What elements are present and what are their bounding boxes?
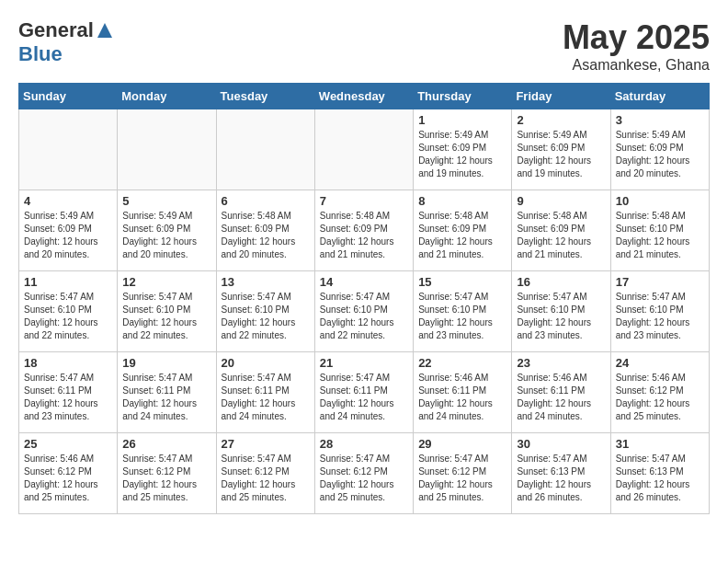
day-info: Sunrise: 5:46 AM Sunset: 6:11 PM Dayligh… <box>418 372 506 423</box>
day-number: 22 <box>418 356 506 370</box>
calendar-header-row: SundayMondayTuesdayWednesdayThursdayFrid… <box>19 84 710 109</box>
day-info: Sunrise: 5:47 AM Sunset: 6:12 PM Dayligh… <box>418 453 506 504</box>
day-info: Sunrise: 5:48 AM Sunset: 6:09 PM Dayligh… <box>222 210 310 261</box>
day-cell: 28Sunrise: 5:47 AM Sunset: 6:12 PM Dayli… <box>314 433 413 514</box>
day-number: 18 <box>24 356 112 370</box>
day-info: Sunrise: 5:47 AM Sunset: 6:11 PM Dayligh… <box>24 372 112 423</box>
day-cell: 4Sunrise: 5:49 AM Sunset: 6:09 PM Daylig… <box>19 190 118 271</box>
day-info: Sunrise: 5:47 AM Sunset: 6:13 PM Dayligh… <box>616 453 704 504</box>
day-number: 29 <box>418 437 506 451</box>
day-info: Sunrise: 5:46 AM Sunset: 6:12 PM Dayligh… <box>24 453 112 504</box>
day-number: 4 <box>24 194 112 208</box>
svg-marker-0 <box>97 23 112 38</box>
day-number: 12 <box>122 275 210 289</box>
day-cell: 7Sunrise: 5:48 AM Sunset: 6:09 PM Daylig… <box>314 190 413 271</box>
day-number: 21 <box>320 356 408 370</box>
day-number: 9 <box>517 194 605 208</box>
day-cell: 19Sunrise: 5:47 AM Sunset: 6:11 PM Dayli… <box>118 352 216 433</box>
day-info: Sunrise: 5:48 AM Sunset: 6:10 PM Dayligh… <box>616 210 704 261</box>
day-cell: 12Sunrise: 5:47 AM Sunset: 6:10 PM Dayli… <box>118 271 216 352</box>
header-thursday: Thursday <box>414 84 512 109</box>
day-number: 31 <box>616 437 704 451</box>
logo: General Blue <box>18 18 116 66</box>
day-number: 5 <box>122 194 210 208</box>
week-row-4: 25Sunrise: 5:46 AM Sunset: 6:12 PM Dayli… <box>19 433 710 514</box>
day-cell: 18Sunrise: 5:47 AM Sunset: 6:11 PM Dayli… <box>19 352 118 433</box>
day-cell: 17Sunrise: 5:47 AM Sunset: 6:10 PM Dayli… <box>610 271 709 352</box>
day-info: Sunrise: 5:49 AM Sunset: 6:09 PM Dayligh… <box>418 129 506 180</box>
day-info: Sunrise: 5:49 AM Sunset: 6:09 PM Dayligh… <box>517 129 605 180</box>
week-row-3: 18Sunrise: 5:47 AM Sunset: 6:11 PM Dayli… <box>19 352 710 433</box>
calendar-title-area: May 2025 Asamankese, Ghana <box>563 18 710 74</box>
day-number: 1 <box>418 113 506 127</box>
day-info: Sunrise: 5:46 AM Sunset: 6:12 PM Dayligh… <box>616 372 704 423</box>
day-number: 30 <box>517 437 605 451</box>
day-info: Sunrise: 5:47 AM Sunset: 6:11 PM Dayligh… <box>122 372 210 423</box>
day-info: Sunrise: 5:47 AM Sunset: 6:11 PM Dayligh… <box>222 372 310 423</box>
day-info: Sunrise: 5:49 AM Sunset: 6:09 PM Dayligh… <box>24 210 112 261</box>
day-info: Sunrise: 5:49 AM Sunset: 6:09 PM Dayligh… <box>122 210 210 261</box>
day-cell: 16Sunrise: 5:47 AM Sunset: 6:10 PM Dayli… <box>512 271 610 352</box>
day-cell <box>118 109 216 190</box>
calendar-table: SundayMondayTuesdayWednesdayThursdayFrid… <box>18 83 710 514</box>
day-number: 25 <box>24 437 112 451</box>
day-cell: 23Sunrise: 5:46 AM Sunset: 6:11 PM Dayli… <box>512 352 610 433</box>
day-info: Sunrise: 5:47 AM Sunset: 6:12 PM Dayligh… <box>222 453 310 504</box>
day-info: Sunrise: 5:49 AM Sunset: 6:09 PM Dayligh… <box>616 129 704 180</box>
day-number: 2 <box>517 113 605 127</box>
day-number: 20 <box>222 356 310 370</box>
day-number: 14 <box>320 275 408 289</box>
day-info: Sunrise: 5:47 AM Sunset: 6:10 PM Dayligh… <box>418 291 506 342</box>
day-cell: 27Sunrise: 5:47 AM Sunset: 6:12 PM Dayli… <box>216 433 314 514</box>
day-info: Sunrise: 5:47 AM Sunset: 6:10 PM Dayligh… <box>24 291 112 342</box>
day-cell: 15Sunrise: 5:47 AM Sunset: 6:10 PM Dayli… <box>414 271 512 352</box>
week-row-0: 1Sunrise: 5:49 AM Sunset: 6:09 PM Daylig… <box>19 109 710 190</box>
day-number: 3 <box>616 113 704 127</box>
day-cell: 8Sunrise: 5:48 AM Sunset: 6:09 PM Daylig… <box>414 190 512 271</box>
day-number: 24 <box>616 356 704 370</box>
day-cell: 13Sunrise: 5:47 AM Sunset: 6:10 PM Dayli… <box>216 271 314 352</box>
day-cell: 31Sunrise: 5:47 AM Sunset: 6:13 PM Dayli… <box>610 433 709 514</box>
day-number: 17 <box>616 275 704 289</box>
logo-icon <box>96 21 114 40</box>
day-cell: 3Sunrise: 5:49 AM Sunset: 6:09 PM Daylig… <box>610 109 709 190</box>
day-info: Sunrise: 5:47 AM Sunset: 6:10 PM Dayligh… <box>517 291 605 342</box>
day-cell: 2Sunrise: 5:49 AM Sunset: 6:09 PM Daylig… <box>512 109 610 190</box>
day-cell: 11Sunrise: 5:47 AM Sunset: 6:10 PM Dayli… <box>19 271 118 352</box>
header-friday: Friday <box>512 84 610 109</box>
day-number: 26 <box>122 437 210 451</box>
day-cell <box>314 109 413 190</box>
day-info: Sunrise: 5:47 AM Sunset: 6:12 PM Dayligh… <box>122 453 210 504</box>
day-number: 8 <box>418 194 506 208</box>
day-cell: 9Sunrise: 5:48 AM Sunset: 6:09 PM Daylig… <box>512 190 610 271</box>
day-number: 10 <box>616 194 704 208</box>
day-cell: 29Sunrise: 5:47 AM Sunset: 6:12 PM Dayli… <box>414 433 512 514</box>
day-info: Sunrise: 5:48 AM Sunset: 6:09 PM Dayligh… <box>320 210 408 261</box>
calendar-title: May 2025 <box>563 18 710 57</box>
logo-blue: Blue <box>18 42 63 65</box>
day-number: 7 <box>320 194 408 208</box>
day-cell: 6Sunrise: 5:48 AM Sunset: 6:09 PM Daylig… <box>216 190 314 271</box>
week-row-1: 4Sunrise: 5:49 AM Sunset: 6:09 PM Daylig… <box>19 190 710 271</box>
day-cell: 21Sunrise: 5:47 AM Sunset: 6:11 PM Dayli… <box>314 352 413 433</box>
day-number: 28 <box>320 437 408 451</box>
day-cell: 20Sunrise: 5:47 AM Sunset: 6:11 PM Dayli… <box>216 352 314 433</box>
day-info: Sunrise: 5:47 AM Sunset: 6:10 PM Dayligh… <box>222 291 310 342</box>
day-number: 16 <box>517 275 605 289</box>
day-cell: 22Sunrise: 5:46 AM Sunset: 6:11 PM Dayli… <box>414 352 512 433</box>
day-cell: 10Sunrise: 5:48 AM Sunset: 6:10 PM Dayli… <box>610 190 709 271</box>
day-number: 23 <box>517 356 605 370</box>
header-monday: Monday <box>118 84 216 109</box>
day-number: 13 <box>222 275 310 289</box>
day-cell: 5Sunrise: 5:49 AM Sunset: 6:09 PM Daylig… <box>118 190 216 271</box>
day-cell: 14Sunrise: 5:47 AM Sunset: 6:10 PM Dayli… <box>314 271 413 352</box>
day-info: Sunrise: 5:47 AM Sunset: 6:10 PM Dayligh… <box>616 291 704 342</box>
day-info: Sunrise: 5:47 AM Sunset: 6:10 PM Dayligh… <box>320 291 408 342</box>
day-cell: 26Sunrise: 5:47 AM Sunset: 6:12 PM Dayli… <box>118 433 216 514</box>
header-wednesday: Wednesday <box>314 84 413 109</box>
calendar-subtitle: Asamankese, Ghana <box>563 57 710 74</box>
day-cell: 1Sunrise: 5:49 AM Sunset: 6:09 PM Daylig… <box>414 109 512 190</box>
day-info: Sunrise: 5:47 AM Sunset: 6:12 PM Dayligh… <box>320 453 408 504</box>
day-info: Sunrise: 5:48 AM Sunset: 6:09 PM Dayligh… <box>517 210 605 261</box>
day-number: 11 <box>24 275 112 289</box>
